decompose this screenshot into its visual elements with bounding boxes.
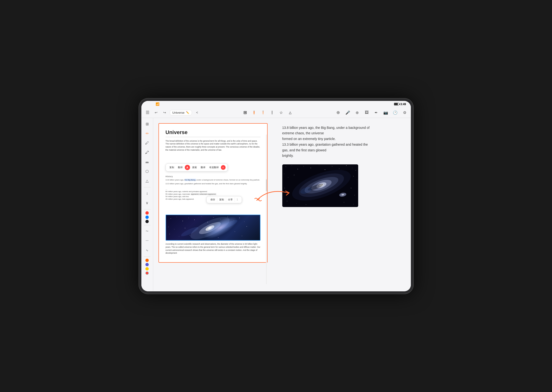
pencil-tool-2[interactable] <box>259 109 267 116</box>
color-black[interactable] <box>145 220 149 223</box>
history-button[interactable]: 🕐 <box>392 109 399 116</box>
ctx-save-btn[interactable]: 保存 <box>209 197 217 202</box>
svg-point-53 <box>284 174 284 174</box>
star-icon: ☆ <box>279 110 283 115</box>
close-selection-btn[interactable]: × <box>221 165 225 170</box>
youdao-btn[interactable]: 有道翻译 <box>208 165 220 170</box>
history-section: History 13.8 billion years ago, the Big … <box>166 175 261 185</box>
color-red-plus[interactable] <box>145 272 149 275</box>
mic-button[interactable]: 🎤 <box>344 109 351 116</box>
svg-rect-6 <box>272 111 273 114</box>
settings-button[interactable]: ⚙ <box>401 109 408 116</box>
sidebar-eraser-icon[interactable] <box>143 158 151 166</box>
sidebar-marker-icon[interactable]: 🖍 <box>143 148 151 157</box>
svg-point-17 <box>213 217 213 217</box>
svg-point-27 <box>235 231 235 232</box>
svg-point-52 <box>356 170 356 171</box>
undo-button[interactable]: ↩ <box>153 109 160 116</box>
undo-icon: ↩ <box>155 111 158 114</box>
svg-point-22 <box>244 221 244 222</box>
zoom-icon: ⊕ <box>356 110 359 115</box>
photo-button[interactable]: 🖼 <box>363 109 370 116</box>
color-purple[interactable] <box>145 263 149 266</box>
color-red[interactable] <box>145 211 149 215</box>
svg-point-14 <box>194 220 195 220</box>
ctx-copy-btn[interactable]: 复制 <box>217 197 226 202</box>
clock-icon: 🕐 <box>393 110 398 115</box>
doc-scrollbar[interactable] <box>266 134 267 284</box>
grid-tool-icon: ⊞ <box>243 110 247 115</box>
camera-button[interactable]: 📷 <box>382 109 389 116</box>
sidebar-pen-icon[interactable]: 🖊 <box>143 139 151 147</box>
translate-a-btn[interactable]: A <box>185 165 190 170</box>
wifi-icon: 📶 <box>156 102 160 106</box>
star-tool[interactable]: ☆ <box>277 109 285 116</box>
doc-title-divider <box>166 137 261 137</box>
svg-marker-4 <box>263 114 263 115</box>
svg-point-55 <box>294 175 294 175</box>
back-button[interactable]: < <box>194 109 200 116</box>
pencil-icon-1 <box>252 110 256 115</box>
zoom-button[interactable]: ⊕ <box>354 109 361 116</box>
ctx-share-btn[interactable]: 分享 <box>226 197 235 202</box>
pen-tool[interactable] <box>268 109 276 116</box>
pen-settings-button[interactable]: ✒ <box>373 109 379 116</box>
svg-point-63 <box>296 203 297 204</box>
pen-icon <box>270 110 275 115</box>
tablet-frame: 📶 3:49 ☰ ↩ ↪ Univers <box>138 98 414 294</box>
sidebar-tilde-icon[interactable]: ∿ <box>143 246 151 255</box>
svg-point-30 <box>179 236 179 236</box>
menu-button[interactable]: ☰ <box>144 109 151 116</box>
sidebar-shape-icon[interactable]: △ <box>143 177 151 185</box>
svg-point-42 <box>291 166 292 166</box>
svg-point-24 <box>174 229 174 229</box>
sidebar-pencil-icon[interactable]: ✏ <box>143 129 151 138</box>
tablet-screen: 📶 3:49 ☰ ↩ ↪ Univers <box>141 101 411 291</box>
sidebar-wave-icon[interactable]: 〜 <box>143 227 151 236</box>
color-orange[interactable] <box>145 259 149 262</box>
eraser-icon <box>145 160 149 164</box>
right-panel-text: 13.8 billion years ago, the Big Bang, un… <box>282 125 401 159</box>
svg-point-66 <box>353 204 353 204</box>
triangle-tool[interactable]: △ <box>286 109 294 116</box>
document-page[interactable]: Universe The broad definition of the uni… <box>159 123 268 263</box>
doc-main-title: Universe <box>166 129 261 135</box>
copy-btn[interactable]: 复制 <box>168 165 176 170</box>
color-blue[interactable] <box>145 216 149 219</box>
galaxy-image-doc[interactable] <box>166 215 261 241</box>
search-btn[interactable]: 搜索 <box>190 165 199 170</box>
svg-point-43 <box>298 169 298 169</box>
redo-button[interactable]: ↪ <box>161 109 168 116</box>
toolbar-center: ⊞ <box>202 109 333 116</box>
svg-marker-9 <box>146 162 149 163</box>
right-panel: 13.8 billion years ago, the Big Bang, un… <box>273 118 411 291</box>
edit-pencil-icon: ✏️ <box>186 111 189 114</box>
sidebar-grid-icon[interactable]: ⊞ <box>143 120 151 128</box>
highlight-big-bang: the Big Bang, <box>185 179 196 181</box>
ctx-num: 1 <box>235 197 240 202</box>
galaxy-image-container-doc <box>166 215 261 241</box>
svg-point-11 <box>176 217 177 217</box>
doc-scrollbar-thumb <box>266 179 267 191</box>
sidebar-divider-1 <box>144 187 150 187</box>
svg-point-13 <box>188 218 189 218</box>
svg-point-12 <box>182 221 183 221</box>
grid-tool-button[interactable]: ⊞ <box>241 109 249 116</box>
back-chevron-icon: < <box>196 111 198 114</box>
sidebar-chevron-icon[interactable]: ∨ <box>143 199 151 207</box>
add-page-button[interactable]: ⊕ <box>335 109 341 116</box>
sidebar-move-icon[interactable]: ↕ <box>143 189 151 198</box>
color-yellow[interactable] <box>145 267 149 271</box>
battery-icon <box>394 103 399 105</box>
doc-title-pill[interactable]: Universe ✏️ <box>170 110 192 115</box>
sidebar-lasso-icon[interactable]: ⬡ <box>143 167 151 176</box>
pencil-tool-1[interactable] <box>250 109 258 116</box>
redo-icon: ↪ <box>163 111 166 114</box>
svg-point-28 <box>247 226 247 227</box>
translate2-btn[interactable]: 翻译 <box>199 165 207 170</box>
sidebar-squiggle-icon[interactable]: 〰 <box>143 237 151 245</box>
menu-icon: ☰ <box>146 110 149 115</box>
svg-point-49 <box>339 168 340 169</box>
svg-point-64 <box>306 205 306 205</box>
translate-btn[interactable]: 翻译 <box>176 165 184 170</box>
